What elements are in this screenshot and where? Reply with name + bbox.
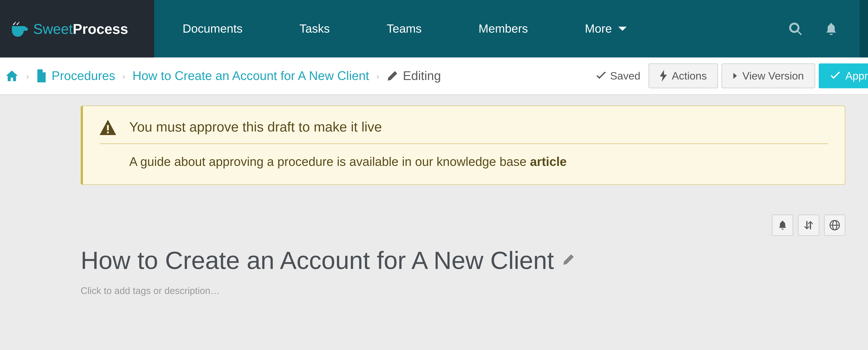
approval-alert: You must approve this draft to make it l… (81, 105, 845, 185)
breadcrumb-procedures[interactable]: Procedures (36, 69, 115, 83)
caret-right-icon (733, 72, 738, 79)
view-version-button[interactable]: View Version (722, 63, 815, 88)
home-link[interactable] (5, 69, 19, 83)
pencil-icon (386, 70, 398, 82)
search-icon (788, 21, 803, 36)
tags-description-input[interactable]: Click to add tags or description… (81, 286, 845, 296)
svg-rect-0 (107, 125, 109, 130)
alert-body: A guide about approving a procedure is a… (100, 155, 828, 169)
public-button[interactable] (824, 215, 845, 236)
page-title: How to Create an Account for A New Clien… (81, 247, 554, 275)
top-nav: SweetProcess Documents Tasks Teams Membe… (0, 0, 868, 58)
action-bar: Saved Actions View Version Approve (596, 63, 868, 88)
bolt-icon (660, 70, 667, 82)
pencil-icon (562, 253, 575, 266)
breadcrumb-document-title[interactable]: How to Create an Account for A New Clien… (132, 69, 369, 83)
notifications-button[interactable] (813, 0, 849, 58)
notify-button[interactable] (772, 215, 793, 236)
globe-icon (830, 220, 840, 230)
nav-items: Documents Tasks Teams Members More (154, 0, 656, 58)
breadcrumb-bar: › Procedures › How to Create an Account … (0, 58, 868, 95)
nav-tasks[interactable]: Tasks (271, 0, 358, 58)
sort-icon (803, 220, 814, 230)
page-title-row: How to Create an Account for A New Clien… (81, 247, 845, 275)
reorder-button[interactable] (798, 215, 819, 236)
nav-more[interactable]: More (556, 0, 656, 58)
warning-icon (100, 119, 116, 135)
chevron-down-icon (618, 26, 627, 32)
alert-article-link[interactable]: article (530, 155, 567, 168)
check-icon (596, 72, 607, 80)
breadcrumb-separator: › (122, 71, 125, 81)
bell-icon (777, 220, 788, 230)
nav-documents[interactable]: Documents (154, 0, 271, 58)
breadcrumb-separator: › (26, 71, 29, 81)
content: You must approve this draft to make it l… (81, 95, 845, 320)
title-action-row (81, 215, 845, 236)
nav-teams[interactable]: Teams (358, 0, 450, 58)
bell-icon (824, 22, 838, 36)
alert-headline: You must approve this draft to make it l… (100, 119, 828, 144)
breadcrumb-editing: Editing (386, 69, 441, 83)
svg-rect-1 (107, 131, 109, 133)
breadcrumb: › Procedures › How to Create an Account … (5, 69, 441, 83)
home-icon (5, 69, 19, 83)
logo-text: SweetProcess (33, 21, 128, 37)
nav-members[interactable]: Members (450, 0, 557, 58)
breadcrumb-separator: › (376, 71, 379, 81)
actions-button[interactable]: Actions (649, 63, 718, 88)
saved-indicator: Saved (596, 70, 641, 82)
approve-button[interactable]: Approve (819, 63, 868, 88)
check-icon (830, 72, 841, 80)
nav-right: A (778, 0, 868, 58)
logo[interactable]: SweetProcess (0, 0, 154, 58)
logo-cup-icon (9, 21, 30, 36)
document-icon (36, 69, 47, 83)
search-button[interactable] (778, 0, 813, 58)
user-menu[interactable]: A (860, 0, 868, 58)
content-scroll: You must approve this draft to make it l… (0, 95, 868, 320)
edit-title-button[interactable] (562, 253, 575, 268)
